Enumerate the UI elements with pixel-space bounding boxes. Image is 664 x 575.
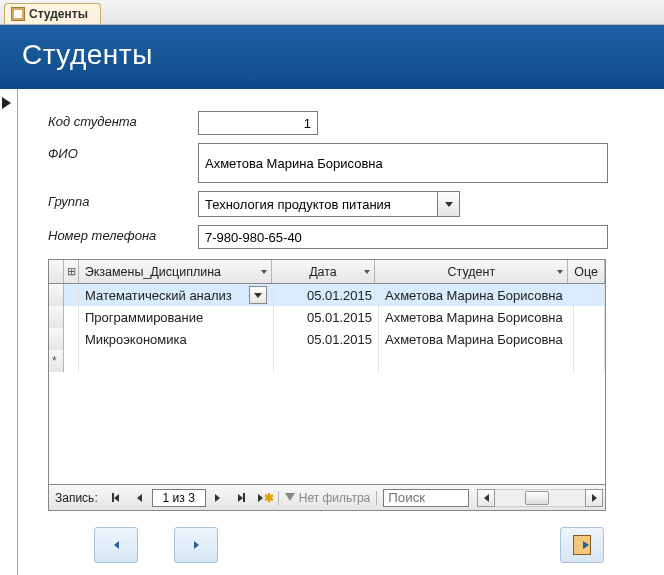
cell-student[interactable]: Ахметова Марина Борисовна <box>379 284 574 306</box>
chevron-down-icon <box>364 270 370 274</box>
col-header-student[interactable]: Студент <box>375 260 568 283</box>
row-selector[interactable]: * <box>49 350 64 372</box>
cell-grade[interactable] <box>574 284 605 306</box>
form-header: Студенты <box>0 25 664 89</box>
nav-new-button[interactable]: ✱ <box>255 488 277 508</box>
nav-last-button[interactable] <box>231 488 253 508</box>
row-selector[interactable] <box>49 306 64 328</box>
cell-date[interactable]: 05.01.2015 <box>274 328 379 350</box>
record-selector-strip[interactable] <box>0 89 18 575</box>
select-all-header[interactable] <box>49 260 64 283</box>
group-combobox[interactable] <box>198 191 438 217</box>
current-record-marker-icon <box>2 97 11 109</box>
expand-header: ⊞ <box>64 260 79 283</box>
hscroll-track[interactable] <box>495 489 585 507</box>
cell-date[interactable]: 05.01.2015 <box>274 284 379 306</box>
group-dropdown-button[interactable] <box>438 191 460 217</box>
row-expand[interactable] <box>64 306 79 328</box>
cell-discipline[interactable]: Программирование <box>79 306 274 328</box>
row-selector[interactable] <box>49 284 64 306</box>
hscroll-thumb[interactable] <box>525 491 549 505</box>
col-header-grade[interactable]: Оце <box>568 260 605 283</box>
table-row[interactable]: Микроэкономика05.01.2015Ахметова Марина … <box>49 328 605 350</box>
filter-text: Нет фильтра <box>299 491 371 505</box>
cell-date[interactable]: 05.01.2015 <box>274 306 379 328</box>
nav-first-button[interactable] <box>105 488 127 508</box>
row-expand[interactable] <box>64 284 79 306</box>
form-icon <box>11 7 25 21</box>
prev-record-button[interactable] <box>94 527 138 563</box>
nav-search-input[interactable] <box>383 489 469 507</box>
chevron-down-icon <box>261 270 267 274</box>
arrow-left-icon <box>114 541 119 549</box>
cell-dropdown-button[interactable] <box>249 286 267 304</box>
fio-input[interactable] <box>198 143 608 183</box>
label-group: Группа <box>48 191 198 209</box>
close-form-button[interactable] <box>560 527 604 563</box>
tab-label: Студенты <box>29 7 88 21</box>
student-code-input[interactable] <box>198 111 318 135</box>
col-header-discipline[interactable]: Экзамены_Дисциплина <box>79 260 272 283</box>
cell-student[interactable]: Ахметова Марина Борисовна <box>379 328 574 350</box>
nav-position-input[interactable] <box>152 489 206 507</box>
label-phone: Номер телефона <box>48 225 198 243</box>
hscroll-left-button[interactable] <box>477 489 495 507</box>
label-fio: ФИО <box>48 143 198 161</box>
nav-record-label: Запись: <box>49 491 104 505</box>
new-record-row[interactable]: * <box>49 350 605 372</box>
arrow-right-icon <box>194 541 199 549</box>
chevron-down-icon <box>254 293 262 298</box>
funnel-icon <box>285 493 295 503</box>
phone-input[interactable] <box>198 225 608 249</box>
chevron-down-icon <box>557 270 563 274</box>
cell-grade[interactable] <box>574 306 605 328</box>
nav-prev-button[interactable] <box>129 488 151 508</box>
cell-discipline[interactable]: Математический анализ <box>79 284 274 306</box>
hscroll-right-button[interactable] <box>585 489 603 507</box>
cell-grade[interactable] <box>574 328 605 350</box>
tab-students[interactable]: Студенты <box>4 3 101 24</box>
exit-door-icon <box>573 535 591 555</box>
cell-student[interactable]: Ахметова Марина Борисовна <box>379 306 574 328</box>
row-selector[interactable] <box>49 328 64 350</box>
next-record-button[interactable] <box>174 527 218 563</box>
nav-next-button[interactable] <box>207 488 229 508</box>
label-student-code: Код студента <box>48 111 198 129</box>
table-row[interactable]: Программирование05.01.2015Ахметова Марин… <box>49 306 605 328</box>
table-row[interactable]: Математический анализ05.01.2015Ахметова … <box>49 284 605 306</box>
exams-subform: ⊞ Экзамены_Дисциплина Дата Студент Оце М… <box>48 259 606 511</box>
cell-discipline[interactable]: Микроэкономика <box>79 328 274 350</box>
row-expand[interactable] <box>64 328 79 350</box>
col-header-date[interactable]: Дата <box>272 260 376 283</box>
page-title: Студенты <box>22 39 153 70</box>
chevron-down-icon <box>445 202 453 207</box>
nav-filter-indicator[interactable]: Нет фильтра <box>278 491 378 505</box>
